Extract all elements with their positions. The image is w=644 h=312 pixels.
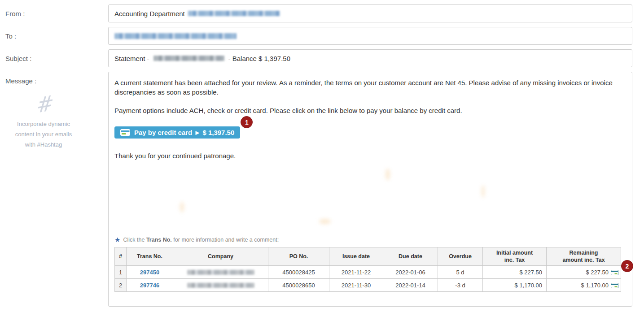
initial-amount-cell: $ 227.50 bbox=[483, 266, 547, 279]
message-whitespace bbox=[114, 160, 626, 236]
col-header-company: Company bbox=[173, 247, 268, 266]
from-row: From : Accounting Department bbox=[0, 4, 632, 22]
email-compose-page: From : Accounting Department To : Subjec… bbox=[0, 0, 644, 312]
redacted-to-email bbox=[114, 33, 237, 39]
remaining-amount-cell: $ 1,170.00 bbox=[547, 279, 621, 292]
step-badge-2: 2 bbox=[621, 260, 633, 272]
pay-invoice-card-icon[interactable] bbox=[611, 283, 618, 288]
company-cell bbox=[173, 266, 268, 279]
remaining-amount-cell: $ 227.50 bbox=[547, 266, 621, 279]
watermark-smudge bbox=[386, 169, 390, 180]
promo-line-1: Incorporate dynamic bbox=[5, 119, 82, 129]
message-paragraph-2: Payment options include ACH, check or cr… bbox=[114, 106, 626, 115]
due-date-cell: 2022-01-14 bbox=[383, 279, 438, 292]
redacted-company-name bbox=[187, 270, 254, 275]
star-icon: ★ bbox=[114, 236, 120, 243]
table-hint-note: ★ Click the Trans No. for more informati… bbox=[114, 236, 626, 243]
table-row: 1 297450 4500028425 2021-11-22 2022-01-0… bbox=[115, 266, 621, 279]
initial-amount-cell: $ 1,170.00 bbox=[483, 279, 547, 292]
pay-invoice-card-icon[interactable] bbox=[611, 270, 618, 275]
watermark-smudge bbox=[180, 202, 184, 212]
note-trans-no-bold: Trans No. bbox=[146, 237, 172, 243]
closing-text: Thank you for your continued patronage. bbox=[114, 151, 626, 160]
row-number-cell: 2 bbox=[115, 279, 127, 292]
from-field[interactable]: Accounting Department bbox=[108, 4, 632, 22]
invoice-table: # Trans No. Company PO No. Issue date Du… bbox=[114, 247, 621, 292]
col-header-issue-date: Issue date bbox=[329, 247, 383, 266]
issue-date-cell: 2021-11-30 bbox=[329, 279, 383, 292]
po-no-cell: 4500028425 bbox=[268, 266, 329, 279]
message-label-column: Message : # Incorporate dynamic content … bbox=[0, 72, 108, 307]
col-header-num: # bbox=[115, 247, 127, 266]
col-header-remaining-amount: Remainingamount inc. Tax bbox=[547, 247, 621, 266]
col-header-po-no: PO No. bbox=[268, 247, 329, 266]
watermark-smudge bbox=[319, 219, 331, 224]
trans-no-cell: 297746 bbox=[127, 279, 173, 292]
col-header-overdue: Overdue bbox=[438, 247, 483, 266]
promo-text: Incorporate dynamic content in your emai… bbox=[5, 119, 82, 150]
issue-date-cell: 2021-11-22 bbox=[329, 266, 383, 279]
watermark-smudge bbox=[482, 185, 485, 198]
step-badge-1: 1 bbox=[241, 116, 253, 128]
note-text: Click the Trans No. for more information… bbox=[123, 237, 279, 243]
to-row: To : bbox=[0, 27, 632, 45]
company-cell bbox=[173, 279, 268, 292]
redacted-company-name bbox=[187, 283, 254, 288]
table-row: 2 297746 4500028650 2021-11-30 2022-01-1… bbox=[115, 279, 621, 292]
trans-no-link[interactable]: 297746 bbox=[140, 282, 159, 289]
redacted-from-email bbox=[188, 11, 280, 16]
credit-card-icon bbox=[120, 129, 130, 136]
to-label: To : bbox=[0, 27, 108, 45]
row-number-cell: 1 bbox=[115, 266, 127, 279]
hashtag-promo: # Incorporate dynamic content in your em… bbox=[5, 94, 82, 150]
pay-button-wrapper: Pay by credit card ► $ 1,397.50 1 bbox=[114, 126, 240, 139]
subject-field[interactable]: Statement - - Balance $ 1,397.50 bbox=[108, 49, 632, 67]
due-date-cell: 2022-01-06 bbox=[383, 266, 438, 279]
table-header-row: # Trans No. Company PO No. Issue date Du… bbox=[115, 247, 621, 266]
po-no-cell: 4500028650 bbox=[268, 279, 329, 292]
col-header-initial-amount: Initial amountinc. Tax bbox=[483, 247, 547, 266]
hashtag-logo-icon: # bbox=[4, 87, 83, 122]
message-row: Message : # Incorporate dynamic content … bbox=[0, 72, 632, 307]
pay-by-credit-card-button[interactable]: Pay by credit card ► $ 1,397.50 bbox=[114, 126, 240, 139]
promo-line-2: content in your emails bbox=[5, 129, 82, 139]
trans-no-link[interactable]: 297450 bbox=[140, 269, 159, 276]
col-header-due-date: Due date bbox=[383, 247, 438, 266]
message-paragraph-1: A current statement has been attached fo… bbox=[114, 78, 626, 97]
subject-label: Subject : bbox=[0, 49, 108, 67]
redacted-subject-company bbox=[153, 56, 224, 61]
message-body-field[interactable]: A current statement has been attached fo… bbox=[108, 72, 632, 307]
trans-no-cell: 297450 bbox=[127, 266, 173, 279]
col-header-trans-no: Trans No. bbox=[127, 247, 173, 266]
subject-prefix-text: Statement - bbox=[114, 55, 149, 62]
promo-line-3: with #Hashtag bbox=[5, 139, 82, 150]
overdue-cell: -3 d bbox=[438, 279, 483, 292]
subject-row: Subject : Statement - - Balance $ 1,397.… bbox=[0, 49, 632, 67]
overdue-cell: 5 d bbox=[438, 266, 483, 279]
invoice-table-wrapper: # Trans No. Company PO No. Issue date Du… bbox=[114, 247, 621, 292]
subject-suffix-text: - Balance $ 1,397.50 bbox=[228, 55, 290, 62]
pay-button-label: Pay by credit card ► $ 1,397.50 bbox=[134, 129, 234, 136]
message-label: Message : bbox=[5, 77, 108, 85]
from-name-text: Accounting Department bbox=[114, 10, 185, 17]
from-label: From : bbox=[0, 4, 108, 22]
to-field[interactable] bbox=[108, 27, 632, 45]
